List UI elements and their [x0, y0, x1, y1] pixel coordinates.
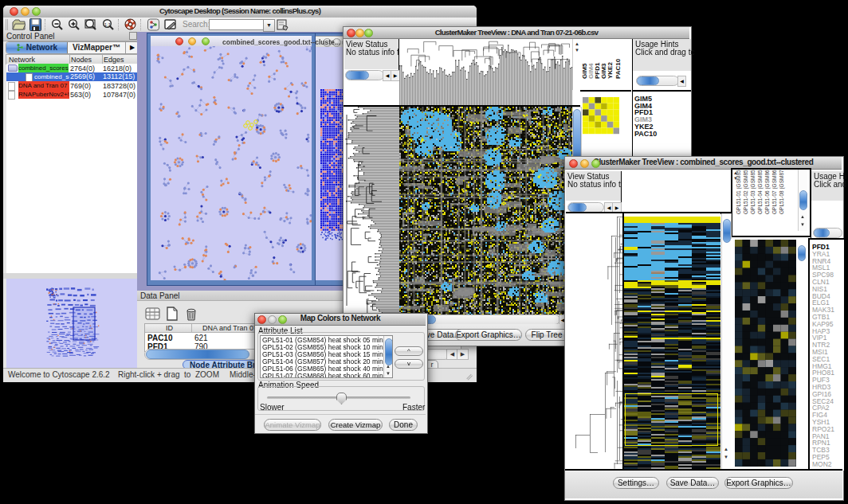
svg-text:1:1: 1:1 [104, 22, 112, 27]
